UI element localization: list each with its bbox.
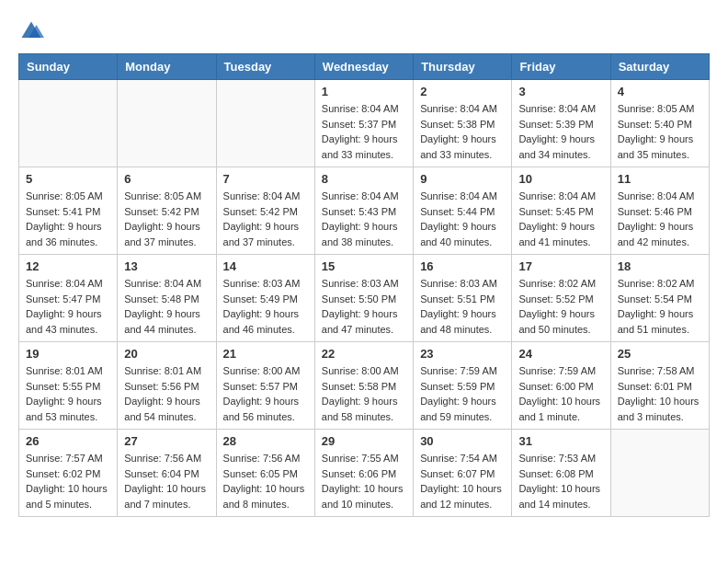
day-info: Sunrise: 8:04 AM Sunset: 5:43 PM Dayligh… [322,189,406,249]
day-info: Sunrise: 7:55 AM Sunset: 6:06 PM Dayligh… [322,451,406,511]
day-info: Sunrise: 8:05 AM Sunset: 5:40 PM Dayligh… [618,101,702,162]
day-info: Sunrise: 8:04 AM Sunset: 5:42 PM Dayligh… [223,189,308,249]
day-number: 30 [420,434,505,448]
day-info: Sunrise: 8:04 AM Sunset: 5:39 PM Dayligh… [518,101,603,162]
day-cell: 13Sunrise: 8:04 AM Sunset: 5:48 PM Dayli… [118,255,216,342]
day-cell: 28Sunrise: 7:56 AM Sunset: 6:05 PM Dayli… [216,430,314,517]
day-cell: 4Sunrise: 8:05 AM Sunset: 5:40 PM Daylig… [610,80,709,167]
calendar-body: 1Sunrise: 8:04 AM Sunset: 5:37 PM Daylig… [19,80,710,517]
day-info: Sunrise: 8:01 AM Sunset: 5:55 PM Dayligh… [26,363,110,424]
logo-icon [18,18,44,44]
day-info: Sunrise: 7:58 AM Sunset: 6:01 PM Dayligh… [618,363,702,424]
day-number: 3 [518,85,603,98]
day-info: Sunrise: 7:56 AM Sunset: 6:05 PM Dayligh… [223,451,308,511]
day-number: 17 [518,259,603,273]
week-row-3: 12Sunrise: 8:04 AM Sunset: 5:47 PM Dayli… [19,255,710,342]
day-info: Sunrise: 7:59 AM Sunset: 6:00 PM Dayligh… [518,363,603,424]
day-cell: 26Sunrise: 7:57 AM Sunset: 6:02 PM Dayli… [19,430,118,517]
day-cell: 7Sunrise: 8:04 AM Sunset: 5:42 PM Daylig… [216,167,314,255]
day-cell: 19Sunrise: 8:01 AM Sunset: 5:55 PM Dayli… [19,342,118,430]
day-number: 23 [420,347,505,361]
day-number: 22 [322,347,406,361]
week-row-5: 26Sunrise: 7:57 AM Sunset: 6:02 PM Dayli… [19,430,710,517]
day-info: Sunrise: 8:03 AM Sunset: 5:49 PM Dayligh… [223,276,308,337]
day-cell: 21Sunrise: 8:00 AM Sunset: 5:57 PM Dayli… [216,342,314,430]
day-cell: 6Sunrise: 8:05 AM Sunset: 5:42 PM Daylig… [118,167,216,255]
day-info: Sunrise: 7:57 AM Sunset: 6:02 PM Dayligh… [26,451,110,511]
day-info: Sunrise: 8:04 AM Sunset: 5:45 PM Dayligh… [518,189,603,249]
day-cell: 23Sunrise: 7:59 AM Sunset: 5:59 PM Dayli… [414,342,512,430]
day-number: 16 [420,259,505,273]
day-info: Sunrise: 8:04 AM Sunset: 5:38 PM Dayligh… [420,101,505,162]
day-cell: 1Sunrise: 8:04 AM Sunset: 5:37 PM Daylig… [314,80,413,167]
day-info: Sunrise: 7:54 AM Sunset: 6:07 PM Dayligh… [420,451,505,511]
day-cell [19,80,118,167]
day-cell: 24Sunrise: 7:59 AM Sunset: 6:00 PM Dayli… [512,342,610,430]
day-cell: 22Sunrise: 8:00 AM Sunset: 5:58 PM Dayli… [314,342,413,430]
day-number: 12 [26,259,110,273]
day-info: Sunrise: 7:53 AM Sunset: 6:08 PM Dayligh… [518,451,603,511]
day-cell: 29Sunrise: 7:55 AM Sunset: 6:06 PM Dayli… [314,430,413,517]
day-header-monday: Monday [118,54,216,80]
day-header-thursday: Thursday [414,54,512,80]
day-info: Sunrise: 7:59 AM Sunset: 5:59 PM Dayligh… [420,363,505,424]
day-cell: 2Sunrise: 8:04 AM Sunset: 5:38 PM Daylig… [414,80,512,167]
day-number: 14 [223,259,308,273]
day-number: 28 [223,434,308,448]
day-number: 31 [518,434,603,448]
day-number: 15 [322,259,406,273]
day-cell: 11Sunrise: 8:04 AM Sunset: 5:46 PM Dayli… [610,167,709,255]
day-cell: 27Sunrise: 7:56 AM Sunset: 6:04 PM Dayli… [118,430,216,517]
day-number: 2 [420,85,505,98]
day-cell: 14Sunrise: 8:03 AM Sunset: 5:49 PM Dayli… [216,255,314,342]
day-number: 13 [124,259,209,273]
day-cell [216,80,314,167]
day-cell: 25Sunrise: 7:58 AM Sunset: 6:01 PM Dayli… [610,342,709,430]
day-number: 19 [26,347,110,361]
day-info: Sunrise: 8:01 AM Sunset: 5:56 PM Dayligh… [124,363,209,424]
day-number: 6 [124,172,209,186]
day-info: Sunrise: 8:03 AM Sunset: 5:51 PM Dayligh… [420,276,505,337]
day-info: Sunrise: 8:03 AM Sunset: 5:50 PM Dayligh… [322,276,406,337]
day-number: 5 [26,172,110,186]
day-info: Sunrise: 8:05 AM Sunset: 5:42 PM Dayligh… [124,189,209,249]
day-number: 18 [618,259,702,273]
day-cell: 10Sunrise: 8:04 AM Sunset: 5:45 PM Dayli… [512,167,610,255]
day-number: 7 [223,172,308,186]
day-info: Sunrise: 8:00 AM Sunset: 5:58 PM Dayligh… [322,363,406,424]
day-cell: 30Sunrise: 7:54 AM Sunset: 6:07 PM Dayli… [414,430,512,517]
day-number: 25 [618,347,702,361]
day-number: 26 [26,434,110,448]
day-cell: 31Sunrise: 7:53 AM Sunset: 6:08 PM Dayli… [512,430,610,517]
day-header-tuesday: Tuesday [216,54,314,80]
day-number: 9 [420,172,505,186]
page: SundayMondayTuesdayWednesdayThursdayFrid… [0,0,728,535]
day-header-sunday: Sunday [19,54,118,80]
day-info: Sunrise: 8:02 AM Sunset: 5:52 PM Dayligh… [518,276,603,337]
day-cell: 20Sunrise: 8:01 AM Sunset: 5:56 PM Dayli… [118,342,216,430]
day-cell: 3Sunrise: 8:04 AM Sunset: 5:39 PM Daylig… [512,80,610,167]
day-info: Sunrise: 8:05 AM Sunset: 5:41 PM Dayligh… [26,189,110,249]
day-cell: 15Sunrise: 8:03 AM Sunset: 5:50 PM Dayli… [314,255,413,342]
day-number: 10 [518,172,603,186]
day-cell: 9Sunrise: 8:04 AM Sunset: 5:44 PM Daylig… [414,167,512,255]
calendar-table: SundayMondayTuesdayWednesdayThursdayFrid… [18,53,710,517]
day-info: Sunrise: 8:00 AM Sunset: 5:57 PM Dayligh… [223,363,308,424]
day-number: 27 [124,434,209,448]
day-number: 24 [518,347,603,361]
day-header-wednesday: Wednesday [314,54,413,80]
day-number: 1 [322,85,406,98]
week-row-2: 5Sunrise: 8:05 AM Sunset: 5:41 PM Daylig… [19,167,710,255]
day-cell [118,80,216,167]
day-number: 20 [124,347,209,361]
day-info: Sunrise: 7:56 AM Sunset: 6:04 PM Dayligh… [124,451,209,511]
week-row-4: 19Sunrise: 8:01 AM Sunset: 5:55 PM Dayli… [19,342,710,430]
day-number: 21 [223,347,308,361]
day-info: Sunrise: 8:04 AM Sunset: 5:47 PM Dayligh… [26,276,110,337]
day-cell: 18Sunrise: 8:02 AM Sunset: 5:54 PM Dayli… [610,255,709,342]
day-info: Sunrise: 8:04 AM Sunset: 5:44 PM Dayligh… [420,189,505,249]
header [18,18,710,44]
day-info: Sunrise: 8:02 AM Sunset: 5:54 PM Dayligh… [618,276,702,337]
day-number: 29 [322,434,406,448]
days-of-week-row: SundayMondayTuesdayWednesdayThursdayFrid… [19,54,710,80]
